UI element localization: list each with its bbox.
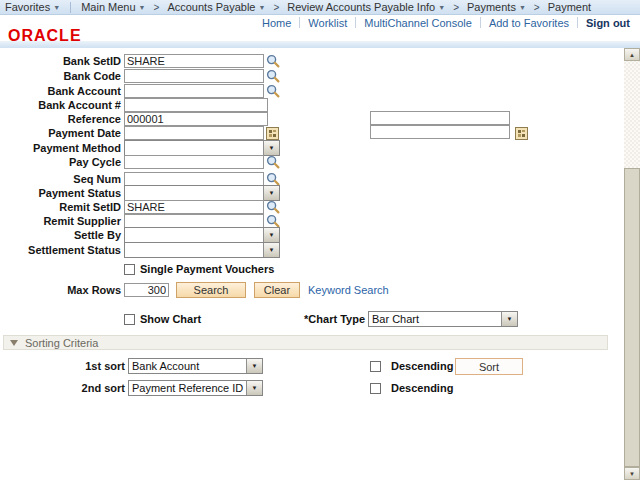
breadcrumb-label: Payments <box>467 1 516 13</box>
breadcrumb-label: Review Accounts Payable Info <box>287 1 435 13</box>
remit-supplier-label: Remit Supplier <box>0 215 124 227</box>
settle-by-value <box>125 228 263 242</box>
search-button[interactable]: Search <box>176 282 246 298</box>
payment-method-label: Payment Method <box>0 142 124 154</box>
bank-setid-lookup-icon[interactable] <box>266 54 280 68</box>
payment-date-calendar-icon[interactable] <box>266 126 279 140</box>
favorites-menu[interactable]: Favorites ▼ <box>0 1 65 13</box>
caret-down-icon: ▼ <box>438 4 445 11</box>
multichannel-console-link[interactable]: MultiChannel Console <box>364 17 472 29</box>
link-divider <box>355 17 356 28</box>
first-sort-select[interactable]: Bank Account ▼ <box>128 358 263 374</box>
dropdown-arrow-icon: ▼ <box>246 381 262 395</box>
breadcrumb-separator: > <box>154 2 160 13</box>
scroll-down-arrow[interactable]: ▼ <box>624 467 640 480</box>
bank-account-num-input[interactable] <box>124 98 268 112</box>
payment-date-to-calendar-icon[interactable] <box>515 126 528 140</box>
single-payment-vouchers-checkbox[interactable] <box>124 264 135 275</box>
dropdown-arrow-icon: ▼ <box>263 141 279 155</box>
worklist-link[interactable]: Worklist <box>308 17 347 29</box>
payment-method-value <box>125 141 263 155</box>
vertical-scrollbar[interactable]: ▲ ▼ <box>624 48 640 480</box>
max-rows-label: Max Rows <box>0 284 124 296</box>
caret-down-icon: ▼ <box>519 4 526 11</box>
caret-down-icon: ▼ <box>139 4 146 11</box>
reference-input[interactable] <box>124 112 268 126</box>
settlement-status-row: Settlement Status ▼ <box>0 242 280 258</box>
clear-button[interactable]: Clear <box>254 282 300 298</box>
pay-cycle-lookup-icon[interactable] <box>266 155 280 169</box>
first-sort-value: Bank Account <box>129 359 246 373</box>
chart-type-select[interactable]: Bar Chart ▼ <box>368 311 518 327</box>
dropdown-arrow-icon: ▼ <box>246 359 262 373</box>
dropdown-arrow-icon: ▼ <box>263 243 279 257</box>
header-divider-band <box>0 41 640 48</box>
payment-date-to-input[interactable] <box>370 125 510 139</box>
main-menu[interactable]: Main Menu ▼ <box>76 1 150 13</box>
payment-status-label: Payment Status <box>0 187 124 199</box>
second-sort-label: 2nd sort <box>0 382 128 394</box>
remit-setid-label: Remit SetID <box>0 201 124 213</box>
first-sort-row: 1st sort Bank Account ▼ Descending Sort <box>0 358 624 374</box>
second-sort-value: Payment Reference ID <box>129 381 246 395</box>
collapse-triangle-icon <box>10 340 18 346</box>
payment-date-input[interactable] <box>124 126 264 140</box>
link-divider <box>577 17 578 28</box>
bank-setid-input[interactable] <box>124 54 264 68</box>
reference-label: Reference <box>0 113 124 125</box>
menu-bar: Favorites ▼ Main Menu ▼ > Accounts Payab… <box>0 0 640 15</box>
add-to-favorites-link[interactable]: Add to Favorites <box>489 17 569 29</box>
breadcrumb-payment[interactable]: Payment <box>543 1 596 13</box>
payment-date-label: Payment Date <box>0 127 124 139</box>
bank-account-label: Bank Account <box>0 85 124 97</box>
max-rows-row: Max Rows Search Clear Keyword Search <box>0 282 389 298</box>
caret-down-icon: ▼ <box>53 4 60 11</box>
settlement-status-value <box>125 243 263 257</box>
payment-search-form: Bank SetID Bank Code Bank Account Bank A… <box>0 48 624 480</box>
remit-supplier-lookup-icon[interactable] <box>266 214 280 228</box>
settlement-status-label: Settlement Status <box>0 244 124 256</box>
bank-setid-row: Bank SetID <box>0 53 280 69</box>
dropdown-arrow-icon: ▼ <box>263 228 279 242</box>
caret-down-icon: ▼ <box>258 4 265 11</box>
sorting-criteria-header[interactable]: Sorting Criteria <box>3 335 608 350</box>
seq-num-input[interactable] <box>124 172 264 186</box>
favorites-label: Favorites <box>5 1 50 13</box>
seq-num-lookup-icon[interactable] <box>266 172 280 186</box>
remit-supplier-input[interactable] <box>124 214 264 228</box>
keyword-search-link[interactable]: Keyword Search <box>308 284 389 296</box>
home-link[interactable]: Home <box>262 17 291 29</box>
first-sort-label: 1st sort <box>0 360 128 372</box>
bank-code-lookup-icon[interactable] <box>266 69 280 83</box>
reference-to-input[interactable] <box>370 111 510 125</box>
bank-code-input[interactable] <box>124 69 264 83</box>
scrollbar-thumb[interactable] <box>624 168 640 467</box>
chart-type-value: Bar Chart <box>369 312 501 326</box>
bank-account-lookup-icon[interactable] <box>266 84 280 98</box>
breadcrumb-label: Payment <box>548 1 591 13</box>
chart-options-row: Show Chart *Chart Type Bar Chart ▼ <box>0 311 624 327</box>
bank-account-input[interactable] <box>124 84 264 98</box>
sort-button[interactable]: Sort <box>455 358 523 375</box>
second-sort-select[interactable]: Payment Reference ID ▼ <box>128 380 263 396</box>
settle-by-select[interactable]: ▼ <box>124 227 280 243</box>
max-rows-input[interactable] <box>124 283 169 297</box>
breadcrumb-payments[interactable]: Payments ▼ <box>462 1 531 13</box>
remit-setid-input[interactable] <box>124 200 264 214</box>
sign-out-link[interactable]: Sign out <box>586 17 630 29</box>
settlement-status-select[interactable]: ▼ <box>124 242 280 258</box>
show-chart-checkbox[interactable] <box>124 314 135 325</box>
settle-by-label: Settle By <box>0 229 124 241</box>
payment-date-row: Payment Date <box>0 125 279 141</box>
breadcrumb-review-ap-info[interactable]: Review Accounts Payable Info ▼ <box>282 1 450 13</box>
first-sort-descending-checkbox[interactable] <box>370 361 381 372</box>
breadcrumb-label: Accounts Payable <box>167 1 255 13</box>
pay-cycle-input[interactable] <box>124 155 264 169</box>
payment-status-value <box>125 186 263 200</box>
link-divider <box>480 17 481 28</box>
second-sort-descending-checkbox[interactable] <box>370 383 381 394</box>
remit-setid-lookup-icon[interactable] <box>266 200 280 214</box>
link-divider <box>299 17 300 28</box>
breadcrumb-accounts-payable[interactable]: Accounts Payable ▼ <box>162 1 270 13</box>
scroll-up-arrow[interactable]: ▲ <box>624 48 640 61</box>
